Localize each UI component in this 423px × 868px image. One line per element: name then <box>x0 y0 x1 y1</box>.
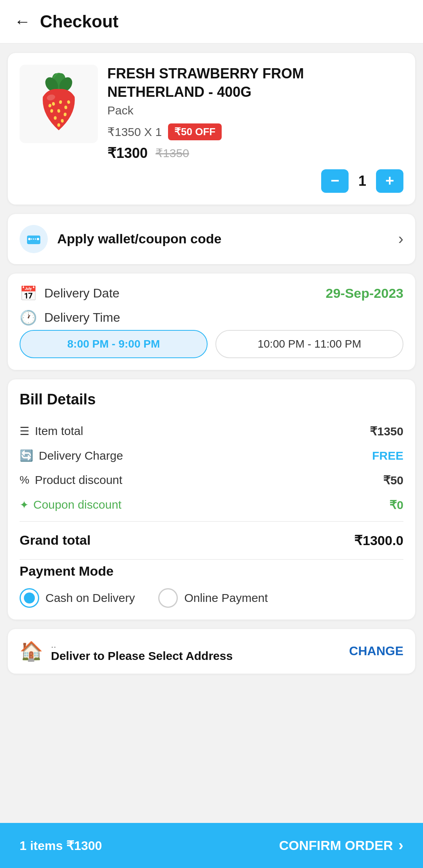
product-struck-price: ₹1350 <box>155 146 189 160</box>
back-button[interactable]: ← <box>14 13 31 30</box>
percent-icon: % <box>20 474 29 486</box>
time-slot-1[interactable]: 8:00 PM - 9:00 PM <box>20 330 208 358</box>
product-name: FRESH STRAWBERRY FROM NETHERLAND - 400G <box>107 65 403 101</box>
coupon-star-icon: ✦ <box>20 498 29 511</box>
product-discount-value: ₹50 <box>383 473 403 487</box>
item-total-row: ☰ Item total ₹1350 <box>20 419 403 444</box>
delivery-date-value: 29-Sep-2023 <box>326 286 403 301</box>
product-discount-row: % Product discount ₹50 <box>20 468 403 493</box>
cash-radio-inner <box>24 593 35 603</box>
confirm-order-label: CONFIRM ORDER <box>279 838 393 853</box>
svg-point-19 <box>37 238 39 240</box>
coupon-discount-value: ₹0 <box>389 498 403 512</box>
address-bar: 🏠 .. Deliver to Please Select Address CH… <box>8 629 415 674</box>
delivery-icon: 🔄 <box>20 449 33 462</box>
list-icon: ☰ <box>20 425 29 438</box>
discount-badge: ₹50 OFF <box>168 123 222 140</box>
bill-divider-1 <box>20 521 403 522</box>
grand-total-label: Grand total <box>20 533 90 548</box>
home-icon: 🏠 <box>20 640 43 662</box>
chevron-right-icon: › <box>398 230 403 248</box>
payment-options: Cash on Delivery Online Payment <box>20 588 403 608</box>
calendar-icon: 📅 <box>20 285 37 302</box>
quantity-control: − 1 + <box>321 169 403 193</box>
product-original-price: ₹1350 X 1 <box>107 125 162 139</box>
delivery-date-label: Delivery Date <box>44 286 326 301</box>
payment-section: Payment Mode Cash on Delivery Online Pay… <box>20 564 403 608</box>
header: ← Checkout <box>0 0 423 43</box>
svg-point-18 <box>28 238 31 240</box>
delivery-charge-row: 🔄 Delivery Charge FREE <box>20 444 403 468</box>
quantity-increase-button[interactable]: + <box>376 169 403 193</box>
confirm-order-button[interactable]: CONFIRM ORDER › <box>279 837 403 854</box>
coupon-row[interactable]: Apply wallet/coupon code › <box>8 214 415 264</box>
product-discount-label: Product discount <box>35 473 122 487</box>
svg-point-13 <box>57 123 60 127</box>
page-title: Checkout <box>40 12 118 31</box>
coupon-icon-wrap <box>20 225 48 253</box>
quantity-decrease-button[interactable]: − <box>321 169 349 193</box>
cash-on-delivery-label: Cash on Delivery <box>45 591 135 605</box>
product-info: FRESH STRAWBERRY FROM NETHERLAND - 400G … <box>107 65 403 193</box>
product-unit: Pack <box>107 104 403 117</box>
grand-total-value: ₹1300.0 <box>354 533 403 548</box>
online-payment-label: Online Payment <box>184 591 268 605</box>
confirm-chevron-icon: › <box>398 837 403 854</box>
coupon-discount-row: ✦ Coupon discount ₹0 <box>20 493 403 517</box>
item-total-value: ₹1350 <box>370 424 403 438</box>
clock-icon: 🕐 <box>20 310 37 326</box>
cash-radio-outer <box>20 588 39 608</box>
time-slots: 8:00 PM - 9:00 PM 10:00 PM - 11:00 PM <box>20 330 403 358</box>
bill-divider-2 <box>20 559 403 560</box>
bill-title: Bill Details <box>20 391 403 408</box>
cash-on-delivery-option[interactable]: Cash on Delivery <box>20 588 135 608</box>
online-payment-option[interactable]: Online Payment <box>158 588 268 608</box>
coupon-label: Apply wallet/coupon code <box>57 231 398 246</box>
delivery-time-label: Delivery Time <box>44 310 403 325</box>
address-dots: .. <box>51 640 341 649</box>
quantity-value: 1 <box>349 173 376 189</box>
address-text-wrap: .. Deliver to Please Select Address <box>51 640 341 663</box>
product-final-price: ₹1300 <box>107 145 148 161</box>
online-radio-outer <box>158 588 178 608</box>
svg-point-11 <box>54 116 56 120</box>
payment-mode-title: Payment Mode <box>20 564 403 579</box>
product-image <box>20 65 98 143</box>
delivery-charge-label: Delivery Charge <box>39 449 123 462</box>
bill-card: Bill Details ☰ Item total ₹1350 🔄 Delive… <box>8 379 415 620</box>
time-slot-2[interactable]: 10:00 PM - 11:00 PM <box>215 330 403 358</box>
coupon-discount-label: Coupon discount <box>33 498 121 511</box>
item-total-label: Item total <box>35 424 83 438</box>
bottom-bar: 1 items ₹1300 CONFIRM ORDER › <box>0 823 423 868</box>
product-card: FRESH STRAWBERRY FROM NETHERLAND - 400G … <box>8 53 415 205</box>
delivery-card: 📅 Delivery Date 29-Sep-2023 🕐 Delivery T… <box>8 274 415 370</box>
change-address-button[interactable]: CHANGE <box>349 644 403 658</box>
coupon-icon <box>25 231 42 247</box>
address-text: Deliver to Please Select Address <box>51 649 341 663</box>
delivery-charge-value: FREE <box>372 449 403 462</box>
bottom-items-label: 1 items ₹1300 <box>20 838 102 853</box>
grand-total-row: Grand total ₹1300.0 <box>20 526 403 555</box>
